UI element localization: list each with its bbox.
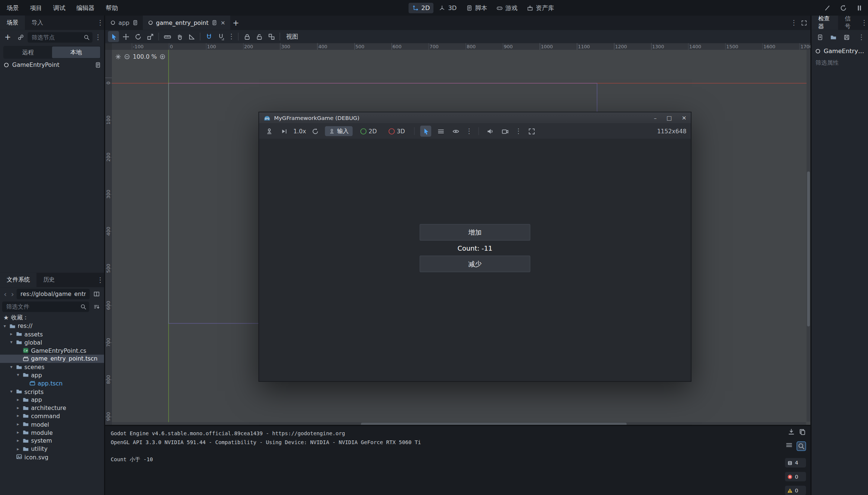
add-node-button[interactable]: +	[2, 32, 13, 43]
file-row-utility[interactable]: ▸ utility	[0, 444, 104, 453]
camera-options-icon[interactable]: ⋮	[515, 127, 522, 135]
unlock-button[interactable]	[253, 31, 265, 42]
move-tool-button[interactable]	[120, 31, 131, 42]
file-row-scripts-app[interactable]: ▸ app	[0, 395, 104, 404]
errors-filter-badge[interactable]: 0	[785, 472, 806, 481]
zoom-in-icon[interactable]	[160, 53, 166, 59]
scroll-to-bottom-icon[interactable]	[788, 428, 795, 435]
file-row-assets[interactable]: ▸ assets	[0, 330, 104, 338]
menu-project[interactable]: 项目	[25, 4, 48, 12]
filter-nodes-input[interactable]	[30, 33, 81, 41]
scale-tool-button[interactable]	[145, 31, 156, 42]
game-select-mode-button[interactable]	[420, 126, 431, 137]
tab-list-menu-icon[interactable]: ⋮	[790, 19, 798, 27]
expander-icon[interactable]: ▸	[16, 438, 20, 443]
pan-mode-button[interactable]	[174, 31, 185, 42]
embed-fullscreen-button[interactable]	[526, 126, 537, 137]
mode-2d-button[interactable]: 2D	[356, 127, 380, 136]
tab-signals[interactable]: 信号	[838, 16, 861, 30]
new-scene-tab-button[interactable]: +	[230, 17, 242, 28]
suspend-button[interactable]	[263, 126, 275, 137]
file-row-scripts[interactable]: ▾ scripts	[0, 387, 104, 395]
viewport-2d[interactable]: 100.0 % MyGFrameworkGame (DEBUG) – □ ✕	[112, 50, 810, 426]
expander-icon[interactable]: ▸	[16, 397, 20, 402]
ruler-mode-button[interactable]	[162, 31, 173, 42]
instance-scene-button[interactable]	[15, 32, 26, 43]
file-row-module[interactable]: ▸ module	[0, 428, 104, 436]
filter-files-input[interactable]	[5, 303, 78, 310]
v-scroll-thumb[interactable]	[807, 172, 810, 326]
filter-properties[interactable]: 筛选属性	[812, 58, 868, 69]
load-resource-button[interactable]	[827, 32, 839, 43]
selection-list-button[interactable]	[435, 126, 447, 137]
selection-options-icon[interactable]: ⋮	[465, 127, 473, 135]
tab-inspector[interactable]: 检查器	[812, 16, 838, 30]
visibility-button[interactable]	[450, 126, 461, 137]
nav-forward-icon[interactable]: ›	[9, 290, 15, 298]
tab-filesystem[interactable]: 文件系统	[0, 273, 36, 287]
file-row-command[interactable]: ▸ command	[0, 412, 104, 420]
scene-tab-game-entry-point[interactable]: game_entry_point ✕	[143, 16, 230, 30]
view-menu-button[interactable]: 视图	[283, 32, 302, 40]
expander-icon[interactable]: ▸	[16, 446, 20, 451]
inspected-node[interactable]: GameEntryPoint	[812, 45, 868, 56]
scene-tab-app[interactable]: app	[105, 16, 143, 30]
reset-speed-button[interactable]	[310, 126, 321, 137]
file-row-global[interactable]: ▾ global	[0, 338, 104, 346]
scene-tree-menu-icon[interactable]: ⋮	[94, 33, 102, 41]
copy-icon[interactable]	[799, 428, 806, 435]
inspector-menu-icon[interactable]: ⋮	[860, 19, 868, 27]
workspace-3d-button[interactable]: 3D	[435, 3, 461, 13]
pause-button[interactable]	[854, 2, 865, 13]
expander-icon[interactable]: ▾	[9, 364, 14, 369]
sort-files-button[interactable]	[91, 301, 102, 312]
menu-help[interactable]: 帮助	[100, 4, 124, 12]
select-tool-button[interactable]	[108, 31, 119, 42]
dock-menu-icon[interactable]: ⋮	[96, 19, 104, 27]
game-window-titlebar[interactable]: MyGFrameworkGame (DEBUG) – □ ✕	[259, 112, 691, 123]
remote-button[interactable]: 远程	[4, 46, 52, 58]
camera-override-button[interactable]	[499, 126, 511, 137]
close-tab-icon[interactable]: ✕	[221, 20, 226, 26]
search-log-button[interactable]	[797, 442, 806, 451]
measure-mode-button[interactable]	[186, 31, 197, 42]
menu-scene[interactable]: 场景	[1, 4, 25, 12]
file-row-scenes-app[interactable]: ▾ app	[0, 371, 104, 379]
tab-history[interactable]: 历史	[36, 273, 61, 287]
expander-icon[interactable]: ▾	[16, 372, 20, 377]
maximize-icon[interactable]: □	[667, 115, 672, 121]
expander-icon[interactable]: ▸	[9, 332, 14, 336]
mode-3d-button[interactable]: 3D	[385, 127, 409, 136]
zoom-percent[interactable]: 100.0 %	[133, 53, 157, 60]
expander-icon[interactable]: ▸	[16, 406, 20, 410]
attached-script-icon[interactable]	[95, 62, 101, 68]
new-resource-button[interactable]	[814, 32, 825, 43]
nav-back-icon[interactable]: ‹	[2, 290, 8, 298]
expander-icon[interactable]: ▸	[16, 422, 20, 427]
close-icon[interactable]: ✕	[682, 115, 687, 121]
canvas-v-scrollbar[interactable]	[807, 50, 810, 421]
local-button[interactable]: 本地	[52, 46, 100, 58]
distraction-free-icon[interactable]	[801, 20, 807, 26]
input-mode-button[interactable]: 输入	[325, 126, 352, 136]
file-row-res[interactable]: ▾ res://	[0, 322, 104, 330]
tab-import-dock[interactable]: 导入	[25, 16, 50, 30]
lock-button[interactable]	[242, 31, 253, 42]
minimize-icon[interactable]: –	[654, 115, 657, 121]
file-row-system[interactable]: ▸ system	[0, 436, 104, 444]
snap-options-icon[interactable]: ⋮	[227, 33, 235, 40]
tab-scene-dock[interactable]: 场景	[0, 16, 25, 30]
file-row-model[interactable]: ▸ model	[0, 420, 104, 428]
file-row-scenes[interactable]: ▾ scenes	[0, 363, 104, 371]
workspace-script-button[interactable]: 脚本	[462, 2, 491, 13]
grid-snap-button[interactable]	[216, 31, 227, 42]
path-input[interactable]	[19, 290, 87, 298]
workspace-game-button[interactable]: 游戏	[493, 2, 521, 13]
next-frame-button[interactable]	[278, 126, 289, 137]
mute-audio-button[interactable]	[485, 126, 496, 137]
menu-editor[interactable]: 编辑器	[71, 4, 100, 12]
expander-icon[interactable]: ▸	[16, 430, 20, 435]
workspace-assetlib-button[interactable]: 资产库	[523, 2, 558, 13]
menu-debug[interactable]: 调试	[48, 4, 71, 12]
messages-filter-badge[interactable]: 4	[785, 458, 806, 468]
